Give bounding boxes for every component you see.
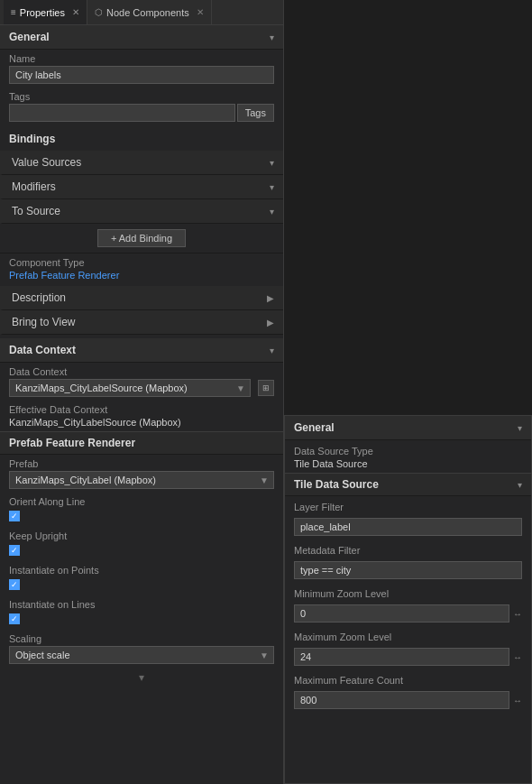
right-panel: General ▾ Data Source Type Tile Data Sou… <box>284 415 532 784</box>
scaling-row: Scaling Object scale ▼ <box>0 630 283 668</box>
orient-along-line-check-icon: ✓ <box>11 512 18 521</box>
value-sources-header[interactable]: Value Sources ▾ <box>0 151 283 175</box>
scaling-label: Scaling <box>9 633 274 644</box>
value-sources-chevron-icon: ▾ <box>270 158 274 168</box>
rp-metadata-filter-row: Metadata Filter <box>285 540 531 583</box>
data-context-section-header[interactable]: Data Context ▾ <box>0 338 283 363</box>
data-context-icon-button[interactable]: ⊞ <box>258 380 274 396</box>
description-label: Description <box>12 291 66 304</box>
add-binding-button[interactable]: + Add Binding <box>97 229 186 247</box>
instantiate-on-points-label: Instantiate on Points <box>9 565 274 576</box>
instantiate-on-points-checkbox[interactable]: ✓ <box>9 579 20 590</box>
left-panel: ≡ Properties ✕ ⬡ Node Components ✕ Gener… <box>0 0 284 784</box>
data-context-field-row: Data Context KanziMaps_CityLabelSource (… <box>0 363 283 401</box>
tags-label: Tags <box>9 91 274 102</box>
bindings-section-label: Bindings <box>9 133 274 145</box>
rp-max-feature-count-arrows-icon[interactable]: ↔ <box>513 696 522 706</box>
pfr-section-title: Prefab Feature Renderer <box>9 437 135 449</box>
bindings-label-row: Bindings <box>0 125 283 151</box>
value-sources-label: Value Sources <box>12 156 81 169</box>
scroll-down-icon: ▾ <box>139 671 144 684</box>
to-source-chevron-icon: ▾ <box>270 207 274 217</box>
name-label: Name <box>9 53 274 64</box>
rp-data-source-type-label: Data Source Type <box>285 440 531 458</box>
bring-to-view-label: Bring to View <box>12 316 75 328</box>
rp-metadata-filter-label: Metadata Filter <box>285 540 531 558</box>
rp-min-zoom-row: Minimum Zoom Level ↔ <box>285 583 531 626</box>
rp-max-feature-count-input[interactable] <box>294 691 509 709</box>
tab-properties-close[interactable]: ✕ <box>72 7 79 17</box>
rp-tile-data-source-title: Tile Data Source <box>294 478 379 491</box>
left-panel-content: General ▾ Name Tags Tags Bindings Value … <box>0 25 283 784</box>
tags-button[interactable]: Tags <box>237 104 274 122</box>
description-chevron-icon: ▶ <box>267 293 274 303</box>
general-section-title: General <box>9 31 50 43</box>
instantiate-on-lines-row: Instantiate on Lines ✓ <box>0 595 283 630</box>
rp-general-chevron-icon: ▾ <box>518 423 522 433</box>
orient-along-line-row: Orient Along Line ✓ <box>0 493 283 527</box>
general-chevron-icon: ▾ <box>270 32 274 42</box>
add-binding-row: + Add Binding <box>0 224 283 254</box>
effective-data-context-value: KanziMaps_CityLabelSource (Mapbox) <box>9 417 274 428</box>
rp-max-zoom-row: Maximum Zoom Level ↔ <box>285 626 531 669</box>
rp-max-zoom-input[interactable] <box>294 648 509 666</box>
component-type-value: Prefab Feature Renderer <box>9 270 274 281</box>
scaling-select[interactable]: Object scale <box>9 646 274 664</box>
instantiate-on-lines-check-icon: ✓ <box>11 614 18 623</box>
modifiers-chevron-icon: ▾ <box>270 182 274 192</box>
rp-min-zoom-arrows-icon[interactable]: ↔ <box>513 609 522 619</box>
rp-metadata-filter-input[interactable] <box>294 561 522 579</box>
description-header[interactable]: Description ▶ <box>0 286 283 310</box>
component-type-row: Component Type Prefab Feature Renderer <box>0 254 283 282</box>
instantiate-on-points-check-icon: ✓ <box>11 580 18 589</box>
name-input[interactable] <box>9 66 274 84</box>
prefab-row: Prefab KanziMaps_CityLabel (Mapbox) ▼ <box>0 455 283 493</box>
tab-bar: ≡ Properties ✕ ⬡ Node Components ✕ <box>0 0 283 25</box>
tab-properties[interactable]: ≡ Properties ✕ <box>4 0 87 24</box>
tab-properties-label: Properties <box>20 7 65 18</box>
orient-along-line-label: Orient Along Line <box>9 496 274 507</box>
instantiate-on-lines-label: Instantiate on Lines <box>9 599 274 610</box>
instantiate-on-points-row: Instantiate on Points ✓ <box>0 561 283 595</box>
rp-general-section-header[interactable]: General ▾ <box>285 416 531 440</box>
keep-upright-checkbox[interactable]: ✓ <box>9 545 20 556</box>
rp-max-feature-count-label: Maximum Feature Count <box>285 669 531 687</box>
tags-input[interactable] <box>9 104 235 122</box>
rp-tile-data-source-chevron-icon: ▾ <box>518 480 522 490</box>
name-row: Name <box>0 50 283 88</box>
prefab-select[interactable]: KanziMaps_CityLabel (Mapbox) <box>9 471 274 489</box>
instantiate-on-lines-checkbox[interactable]: ✓ <box>9 613 20 624</box>
rp-data-source-type-value: Tile Data Source <box>285 458 531 473</box>
data-context-chevron-icon: ▾ <box>270 346 274 355</box>
prefab-label: Prefab <box>9 458 274 469</box>
to-source-label: To Source <box>12 205 60 217</box>
data-context-section-title: Data Context <box>9 344 76 356</box>
tab-node-components[interactable]: ⬡ Node Components ✕ <box>87 0 212 24</box>
rp-min-zoom-input[interactable] <box>294 604 509 623</box>
modifiers-label: Modifiers <box>12 180 56 193</box>
orient-along-line-checkbox[interactable]: ✓ <box>9 511 20 521</box>
to-source-header[interactable]: To Source ▾ <box>0 199 283 224</box>
data-context-field-label: Data Context <box>9 366 274 377</box>
tab-node-components-close[interactable]: ✕ <box>197 7 204 17</box>
tab-node-components-label: Node Components <box>106 7 189 18</box>
keep-upright-check-icon: ✓ <box>11 546 18 555</box>
rp-data-source-type-row: Data Source Type Tile Data Source <box>285 440 531 473</box>
effective-data-context-row: Effective Data Context KanziMaps_CityLab… <box>0 401 283 431</box>
rp-max-zoom-arrows-icon[interactable]: ↔ <box>513 652 522 662</box>
keep-upright-label: Keep Upright <box>9 530 274 541</box>
effective-data-context-label: Effective Data Context <box>9 404 274 415</box>
general-section-header[interactable]: General ▾ <box>0 25 283 50</box>
rp-min-zoom-label: Minimum Zoom Level <box>285 583 531 601</box>
modifiers-header[interactable]: Modifiers ▾ <box>0 175 283 199</box>
keep-upright-row: Keep Upright ✓ <box>0 527 283 561</box>
rp-layer-filter-row: Layer Filter <box>285 496 531 540</box>
rp-layer-filter-label: Layer Filter <box>285 496 531 514</box>
rp-general-title: General <box>294 421 335 434</box>
rp-layer-filter-input[interactable] <box>294 518 522 536</box>
bring-to-view-header[interactable]: Bring to View ▶ <box>0 310 283 335</box>
rp-tile-data-source-header[interactable]: Tile Data Source ▾ <box>285 473 531 496</box>
pfr-section-header: Prefab Feature Renderer <box>0 431 283 455</box>
component-type-label: Component Type <box>9 257 274 268</box>
data-context-select[interactable]: KanziMaps_CityLabelSource (Mapbox) <box>9 379 251 397</box>
